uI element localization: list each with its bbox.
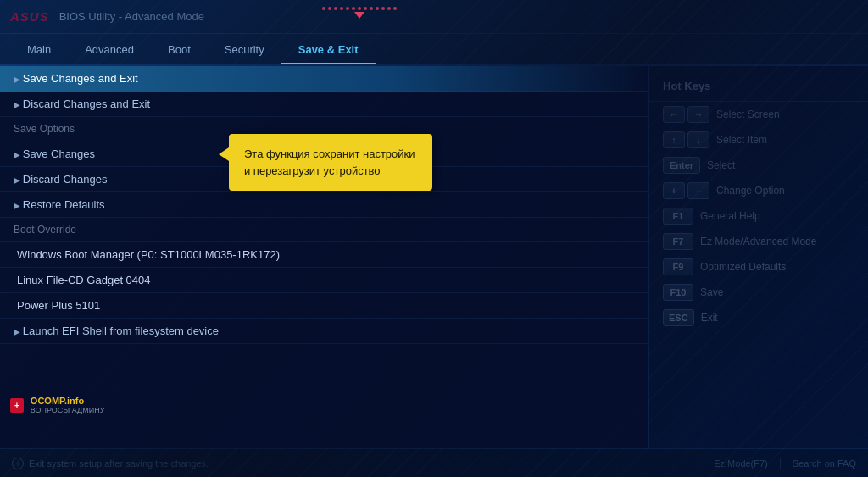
dot [358,7,361,10]
menu-item-power-plus[interactable]: Power Plus 5101 [0,293,648,319]
menu-item-discard-changes-exit[interactable]: Discard Changes and Exit [0,92,648,117]
dot [328,7,331,10]
menu-item-windows-boot[interactable]: Windows Boot Manager (P0: ST1000LM035-1R… [0,242,648,268]
watermark: + OCOMP.info ВОПРОСЫ АДМИНУ [0,391,114,419]
menu-item-launch-efi[interactable]: Launch EFI Shell from filesystem device [0,319,648,344]
dot [381,7,385,10]
menu-item-linux-cd[interactable]: Linux File-CD Gadget 0404 [0,268,648,293]
dot [387,7,391,10]
dot [334,7,337,10]
nav-item-security[interactable]: Security [208,36,281,63]
dot [346,7,349,10]
menu-section-boot-override: Boot Override [0,218,648,242]
dot [322,7,326,10]
dot [340,7,343,10]
tooltip-box: Эта функция сохранит настройки и перезаг… [229,134,432,191]
dot [352,7,355,10]
nav-item-advanced[interactable]: Advanced [68,36,151,63]
dots-row [322,7,397,10]
watermark-logo: + [10,398,24,413]
menu-list: Save Changes and Exit Discard Changes an… [0,66,648,344]
menu-item-save-changes-exit[interactable]: Save Changes and Exit [0,66,648,92]
nav-item-main[interactable]: Main [10,36,68,63]
main-panel: Save Changes and Exit Discard Changes an… [0,66,648,448]
dot [364,7,367,10]
watermark-sub: ВОПРОСЫ АДМИНУ [31,406,105,414]
dot-decoration [322,7,397,19]
menu-item-restore-defaults[interactable]: Restore Defaults [0,192,648,218]
watermark-brand: OCOMP.info [31,396,105,406]
dot [393,7,397,10]
nav-item-boot[interactable]: Boot [151,36,208,63]
dot [376,7,379,10]
nav-item-save-exit[interactable]: Save & Exit [281,36,376,64]
dot [370,7,373,10]
arrow-down-icon [354,12,364,19]
